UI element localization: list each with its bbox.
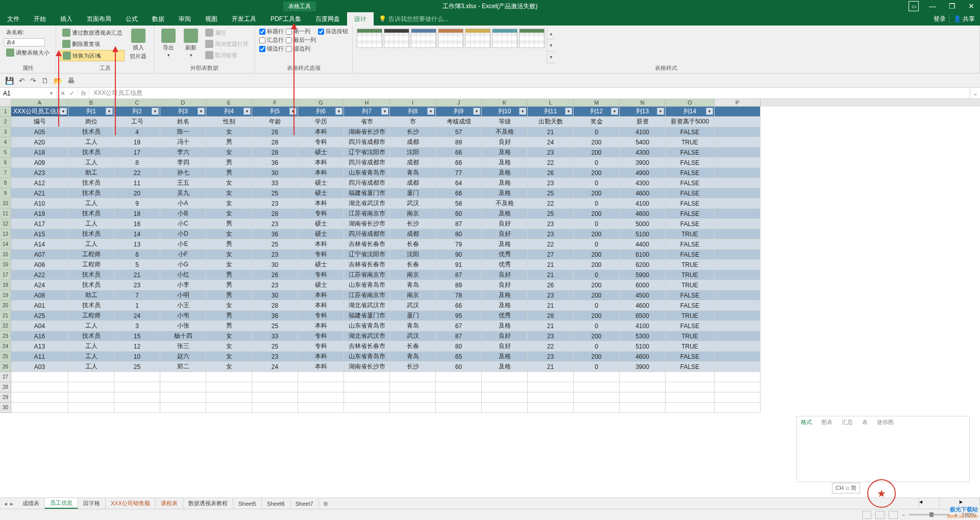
cell[interactable]: 4500 [620,290,666,301]
cell[interactable]: 女 [206,250,252,260]
cell[interactable]: 本科 [298,301,344,311]
row-header[interactable]: 30 [0,403,11,413]
cell[interactable] [11,403,68,413]
cell[interactable] [482,403,528,413]
cell[interactable]: 列6▼ [298,107,344,117]
cell[interactable]: 专科 [298,341,344,352]
cell[interactable]: 专科 [298,137,344,147]
tab-dev[interactable]: 开发工具 [225,12,263,26]
cell[interactable]: 77 [436,168,482,178]
cell[interactable]: 5 [114,260,160,270]
cell[interactable] [160,382,206,392]
cell[interactable]: 66 [436,158,482,168]
filter-dropdown-icon[interactable]: ▼ [427,108,434,115]
cell[interactable]: 及格 [482,168,528,178]
cell[interactable] [715,199,761,209]
gallery-up-button[interactable]: ▴ [547,28,555,39]
table-style-swatch[interactable] [357,29,382,48]
cell[interactable]: FALSE [666,178,715,188]
row-header[interactable]: 25 [0,352,11,362]
sheet-tab[interactable]: 课程表 [156,498,183,509]
cell[interactable] [390,382,436,392]
cell[interactable] [390,372,436,382]
cell[interactable]: 成都 [390,158,436,168]
cell[interactable] [482,372,528,382]
tab-design[interactable]: 设计 [347,12,374,26]
row-header[interactable]: 28 [0,382,11,392]
cell[interactable]: 60 [436,209,482,219]
cell[interactable]: 孙七 [160,168,206,178]
cell[interactable]: 良好 [482,219,528,229]
cell[interactable]: 福建省厦门市 [344,188,390,199]
cell[interactable]: 专科 [298,270,344,280]
cell[interactable]: 23 [252,250,298,260]
cell[interactable]: 湖北省武汉市 [344,199,390,209]
cell[interactable]: 山东省青岛市 [344,321,390,331]
cell[interactable]: A08 [11,290,68,301]
cell[interactable]: 4900 [620,168,666,178]
refresh-button[interactable]: 刷新▾ [181,28,201,59]
cell[interactable] [344,372,390,382]
cell[interactable]: 4300 [620,178,666,188]
row-header[interactable]: 4 [0,137,11,147]
cell[interactable]: 硕士 [298,188,344,199]
column-header[interactable]: O [666,99,715,107]
cell[interactable]: FALSE [666,199,715,209]
cell[interactable]: 0 [574,158,620,168]
tab-insert[interactable]: 插入 [53,12,80,26]
cell[interactable]: 湖南省长沙市 [344,127,390,137]
cell[interactable]: 小E [160,239,206,250]
cell[interactable]: 技术员 [68,127,114,137]
cell[interactable]: A10 [11,199,68,209]
tab-data[interactable]: 数据 [145,12,172,26]
cell[interactable]: 吉林省长春市 [344,239,390,250]
cell[interactable]: 李六 [160,147,206,158]
cell[interactable]: 岗位 [68,117,114,127]
cell[interactable] [114,403,160,413]
cell[interactable]: 28 [252,147,298,158]
chk-filter-button[interactable]: 筛选按钮 [318,28,348,35]
sheet-nav-first-icon[interactable]: ◂ [4,500,7,507]
formula-input[interactable]: XXX公司员工信息 [89,88,970,98]
row-header[interactable]: 9 [0,188,11,199]
cell[interactable]: 女 [206,341,252,352]
cell[interactable]: 及格 [482,178,528,188]
cell[interactable]: 16 [114,219,160,229]
cell[interactable]: 专科 [298,311,344,321]
cell[interactable]: 专科 [298,250,344,260]
row-header[interactable]: 21 [0,311,11,321]
cell[interactable]: 0 [574,321,620,331]
cell[interactable]: TRUE [666,331,715,341]
cell[interactable]: 22 [528,199,574,209]
cell[interactable]: 及格 [482,362,528,372]
row-header[interactable]: 12 [0,219,11,229]
cell[interactable]: 长沙 [390,362,436,372]
cell[interactable]: 8 [114,158,160,168]
cell[interactable] [715,290,761,301]
tab-home[interactable]: 开始 [27,12,53,26]
table-style-swatch[interactable] [384,29,409,48]
cell[interactable]: A25 [11,311,68,321]
cell[interactable] [715,301,761,311]
cell[interactable]: 24 [252,362,298,372]
cell[interactable]: 江苏省南京市 [344,209,390,219]
cell[interactable]: 及格 [482,239,528,250]
column-header[interactable]: D [160,99,206,107]
cell[interactable] [252,382,298,392]
cell[interactable]: FALSE [666,127,715,137]
cell[interactable]: 5100 [620,341,666,352]
cell[interactable]: FALSE [666,188,715,199]
row-header[interactable]: 23 [0,331,11,341]
cell[interactable]: 本科 [298,362,344,372]
cell[interactable]: 80 [436,229,482,239]
cell[interactable]: TRUE [666,229,715,239]
column-header[interactable]: K [482,99,528,107]
cell[interactable]: A20 [11,137,68,147]
cell[interactable]: 200 [574,290,620,301]
cell[interactable]: A07 [11,250,68,260]
cell[interactable]: 长沙 [390,219,436,229]
cell[interactable] [68,392,114,403]
sheet-tab[interactable]: 成绩表 [17,498,45,509]
row-header[interactable]: 7 [0,168,11,178]
cell[interactable]: 等级 [482,117,528,127]
